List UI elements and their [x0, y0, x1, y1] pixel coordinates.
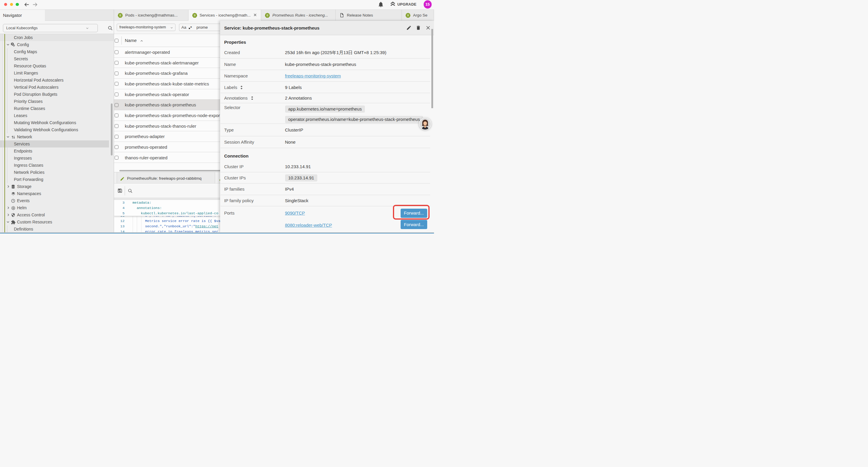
svg-text:*: *	[190, 25, 192, 30]
